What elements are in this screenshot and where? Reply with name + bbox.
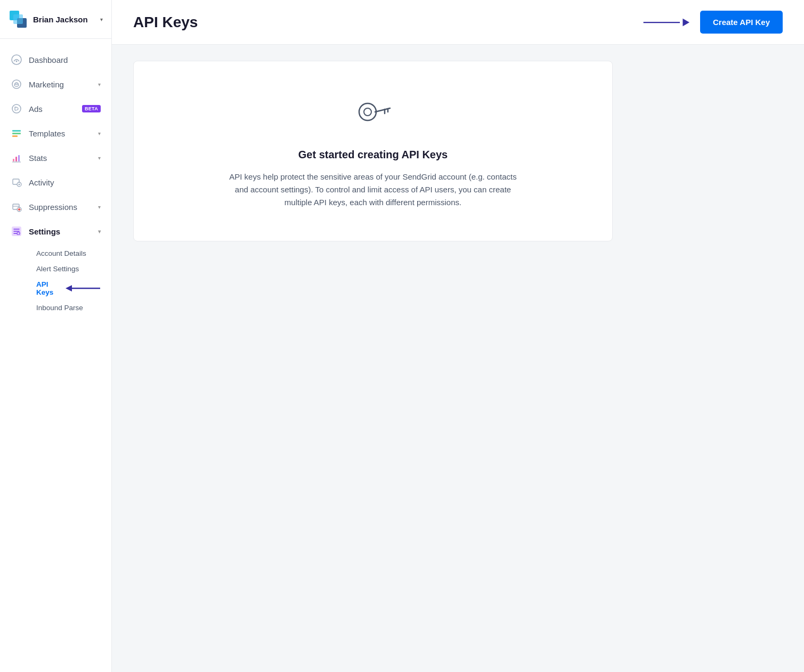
subnav-account-details[interactable]: Account Details: [28, 246, 111, 261]
templates-label: Templates: [29, 129, 92, 138]
svg-rect-8: [12, 130, 21, 132]
settings-icon: [11, 225, 22, 237]
svg-rect-13: [18, 155, 20, 161]
ads-icon: [11, 103, 22, 115]
sidebar-item-stats[interactable]: Stats ▾: [0, 145, 111, 170]
svg-point-7: [12, 104, 21, 113]
svg-point-17: [19, 184, 20, 185]
sidebar-item-settings[interactable]: Settings ▾: [0, 219, 111, 244]
empty-state-card: Get started creating API Keys API keys h…: [133, 61, 613, 241]
sidebar-item-templates[interactable]: Templates ▾: [0, 121, 111, 145]
empty-state-description: API keys help protect the sensitive area…: [224, 171, 522, 209]
stats-chevron-icon: ▾: [98, 155, 101, 161]
beta-badge: BETA: [82, 105, 101, 112]
stats-icon: [11, 152, 22, 164]
main-content: API Keys Create API Key: [112, 0, 804, 672]
svg-point-29: [359, 103, 376, 120]
arrow-right-annotation: [641, 15, 689, 30]
settings-label: Settings: [29, 227, 92, 236]
subnav-alert-settings[interactable]: Alert Settings: [28, 261, 111, 277]
settings-chevron-icon: ▾: [98, 229, 101, 234]
activity-label: Activity: [29, 178, 101, 187]
marketing-icon: [11, 78, 22, 90]
svg-rect-10: [12, 135, 18, 137]
svg-marker-28: [683, 18, 689, 26]
dashboard-icon: [11, 54, 22, 66]
user-chevron-icon: ▾: [100, 17, 103, 22]
page-header: API Keys Create API Key: [112, 0, 804, 45]
dashboard-label: Dashboard: [29, 55, 101, 64]
sidebar-item-suppressions[interactable]: Suppressions ▾: [0, 195, 111, 219]
main-body: Get started creating API Keys API keys h…: [112, 45, 804, 672]
suppressions-chevron-icon: ▾: [98, 204, 101, 210]
user-menu[interactable]: Brian Jackson ▾: [0, 0, 111, 39]
arrow-left-annotation: [66, 283, 103, 294]
suppressions-icon: [11, 201, 22, 213]
svg-rect-9: [12, 133, 21, 134]
stats-label: Stats: [29, 153, 92, 163]
activity-icon: [11, 176, 22, 188]
sidebar-item-marketing[interactable]: Marketing ▾: [0, 72, 111, 96]
svg-rect-11: [13, 159, 14, 161]
page-title: API Keys: [133, 14, 198, 31]
main-nav: Dashboard Marketing ▾ Ads: [0, 39, 111, 672]
brand-logo: [9, 10, 28, 29]
sidebar: Brian Jackson ▾ Dashboard: [0, 0, 112, 672]
svg-point-6: [14, 84, 19, 86]
settings-subnav: Account Details Alert Settings API Keys …: [0, 244, 111, 318]
create-api-key-button[interactable]: Create API Key: [700, 11, 783, 34]
key-icon: [352, 93, 394, 138]
sidebar-item-ads[interactable]: Ads BETA: [0, 96, 111, 121]
username: Brian Jackson: [33, 15, 95, 24]
suppressions-label: Suppressions: [29, 203, 92, 212]
svg-rect-2: [13, 14, 23, 24]
subnav-inbound-parse[interactable]: Inbound Parse: [28, 300, 111, 315]
marketing-label: Marketing: [29, 80, 92, 89]
empty-state-heading: Get started creating API Keys: [298, 149, 448, 161]
svg-rect-12: [15, 157, 17, 161]
svg-marker-26: [66, 285, 72, 292]
svg-point-30: [364, 108, 371, 116]
marketing-chevron-icon: ▾: [98, 82, 101, 87]
templates-chevron-icon: ▾: [98, 131, 101, 136]
sidebar-item-dashboard[interactable]: Dashboard: [0, 47, 111, 72]
sidebar-item-activity[interactable]: Activity: [0, 170, 111, 195]
subnav-api-keys[interactable]: API Keys: [28, 277, 111, 300]
svg-point-4: [16, 61, 18, 62]
ads-label: Ads: [29, 104, 76, 114]
header-actions: Create API Key: [641, 11, 783, 34]
templates-icon: [11, 127, 22, 139]
